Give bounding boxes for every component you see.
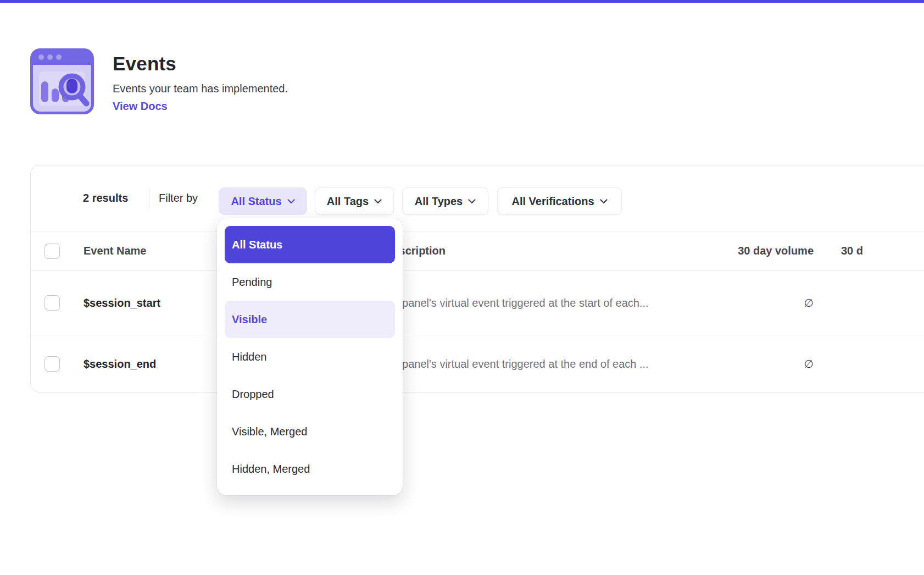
events-illustration-icon (30, 48, 94, 114)
table-header-row: Event Name Description 30 day volume 30 … (31, 231, 924, 271)
status-option-hidden-merged[interactable]: Hidden, Merged (225, 450, 395, 488)
status-option-visible[interactable]: Visible (225, 301, 395, 338)
results-count: 2 results (83, 165, 128, 231)
row-checkbox[interactable] (44, 356, 60, 372)
column-header-30-day-volume[interactable]: 30 day volume (726, 231, 814, 270)
page-title: Events (113, 53, 288, 75)
status-dropdown-menu: All Status Pending Visible Hidden Droppe… (217, 218, 403, 495)
types-filter-button[interactable]: All Types (402, 187, 488, 215)
filter-by-label: Filter by (159, 165, 198, 231)
select-all-checkbox[interactable] (44, 244, 60, 259)
status-option-dropped[interactable]: Dropped (225, 375, 395, 413)
status-filter-label: All Status (231, 195, 281, 208)
status-option-hidden[interactable]: Hidden (225, 338, 395, 375)
status-option-pending[interactable]: Pending (225, 263, 395, 301)
event-name: $session_start (84, 271, 160, 335)
event-30-day-volume: ∅ (726, 335, 814, 392)
event-30-day-volume: ∅ (726, 271, 814, 335)
table-row[interactable]: $session_start Mixpanel's virtual event … (31, 271, 924, 335)
types-filter-label: All Types (415, 195, 463, 208)
events-table-card: 2 results Filter by All Status All Tags … (30, 165, 924, 392)
filter-divider (149, 189, 149, 208)
column-header-truncated[interactable]: 30 d (841, 231, 863, 270)
event-name: $session_end (84, 335, 156, 392)
table-row[interactable]: $session_end Mixpanel's virtual event tr… (31, 335, 924, 392)
tags-filter-label: All Tags (327, 195, 369, 208)
chevron-down-icon (374, 199, 382, 204)
filter-bar: 2 results Filter by All Status All Tags … (31, 165, 924, 231)
status-filter-button[interactable]: All Status (219, 187, 307, 215)
event-description: Mixpanel's virtual event triggered at th… (385, 335, 649, 392)
view-docs-link[interactable]: View Docs (113, 100, 168, 113)
row-checkbox[interactable] (44, 295, 60, 311)
verifications-filter-label: All Verifications (511, 195, 594, 208)
status-option-all-status[interactable]: All Status (225, 226, 395, 263)
chevron-down-icon (600, 199, 608, 204)
top-accent-bar (0, 0, 924, 3)
tags-filter-button[interactable]: All Tags (315, 187, 394, 215)
column-header-event-name[interactable]: Event Name (84, 231, 147, 270)
chevron-down-icon (287, 199, 295, 204)
status-option-visible-merged[interactable]: Visible, Merged (225, 413, 395, 450)
page-header: Events Events your team has implemented.… (30, 48, 288, 114)
chevron-down-icon (468, 199, 476, 204)
event-description: Mixpanel's virtual event triggered at th… (385, 271, 649, 335)
verifications-filter-button[interactable]: All Verifications (497, 187, 622, 215)
page-subtitle: Events your team has implemented. (113, 82, 288, 95)
